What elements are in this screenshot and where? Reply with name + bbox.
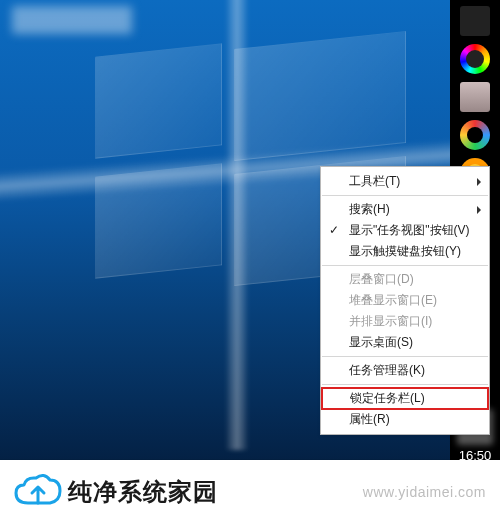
menu-item-4[interactable]: 显示触摸键盘按钮(Y) bbox=[321, 241, 489, 262]
taskbar-avatar-icon[interactable] bbox=[460, 82, 490, 112]
brand-cloud-icon bbox=[10, 473, 64, 511]
watermark-url: www.yidaimei.com bbox=[363, 484, 486, 500]
footer-band: 纯净系统家园 www.yidaimei.com bbox=[0, 460, 500, 523]
menu-item-8: 并排显示窗口(I) bbox=[321, 311, 489, 332]
menu-item-13[interactable]: 锁定任务栏(L) bbox=[322, 388, 488, 409]
taskbar-color-wheel-icon[interactable] bbox=[460, 44, 490, 74]
taskbar-gear-icon[interactable] bbox=[460, 120, 490, 150]
menu-separator bbox=[322, 265, 488, 266]
menu-separator bbox=[322, 384, 488, 385]
menu-item-0[interactable]: 工具栏(T) bbox=[321, 171, 489, 192]
menu-item-14[interactable]: 属性(R) bbox=[321, 409, 489, 430]
taskbar-context-menu: 工具栏(T)搜索(H)显示"任务视图"按钮(V)显示触摸键盘按钮(Y)层叠窗口(… bbox=[320, 166, 490, 435]
menu-item-9[interactable]: 显示桌面(S) bbox=[321, 332, 489, 353]
brand-text: 纯净系统家园 bbox=[68, 476, 218, 508]
menu-separator bbox=[322, 195, 488, 196]
menu-separator bbox=[322, 356, 488, 357]
menu-item-7: 堆叠显示窗口(E) bbox=[321, 290, 489, 311]
menu-item-3[interactable]: 显示"任务视图"按钮(V) bbox=[321, 220, 489, 241]
menu-item-6: 层叠窗口(D) bbox=[321, 269, 489, 290]
menu-item-11[interactable]: 任务管理器(K) bbox=[321, 360, 489, 381]
taskbar-icon-1[interactable] bbox=[460, 6, 490, 36]
menu-item-2[interactable]: 搜索(H) bbox=[321, 199, 489, 220]
redacted-url-top bbox=[12, 6, 132, 34]
desktop-screenshot: 16:50 工具栏(T)搜索(H)显示"任务视图"按钮(V)显示触摸键盘按钮(Y… bbox=[0, 0, 500, 523]
